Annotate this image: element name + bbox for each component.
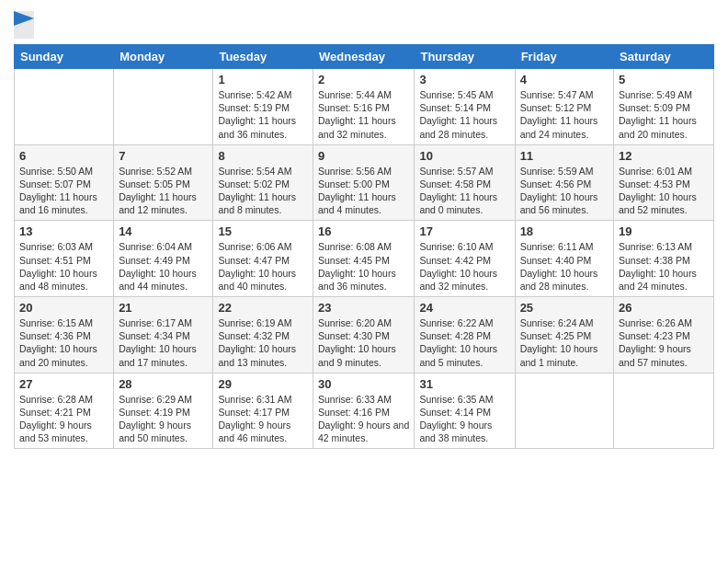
calendar-week-row: 1Sunrise: 5:42 AM Sunset: 5:19 PM Daylig…	[15, 69, 714, 145]
calendar-day-header: Thursday	[415, 45, 515, 69]
day-info: Sunrise: 5:44 AM Sunset: 5:16 PM Dayligh…	[318, 88, 409, 141]
calendar-day-cell: 27Sunrise: 6:28 AM Sunset: 4:21 PM Dayli…	[15, 373, 114, 449]
day-number: 24	[419, 301, 509, 315]
day-info: Sunrise: 5:42 AM Sunset: 5:19 PM Dayligh…	[218, 88, 308, 141]
calendar-table: SundayMondayTuesdayWednesdayThursdayFrid…	[14, 44, 714, 449]
calendar-day-cell: 6Sunrise: 5:50 AM Sunset: 5:07 PM Daylig…	[15, 144, 114, 221]
day-info: Sunrise: 6:26 AM Sunset: 4:23 PM Dayligh…	[619, 316, 709, 369]
calendar-day-cell: 16Sunrise: 6:08 AM Sunset: 4:45 PM Dayli…	[313, 221, 415, 297]
day-number: 19	[619, 224, 709, 238]
calendar-day-cell: 21Sunrise: 6:17 AM Sunset: 4:34 PM Dayli…	[114, 297, 213, 373]
logo	[14, 9, 38, 39]
calendar-day-header: Monday	[114, 45, 213, 69]
day-number: 4	[520, 73, 609, 86]
day-info: Sunrise: 6:28 AM Sunset: 4:21 PM Dayligh…	[19, 393, 108, 445]
calendar-week-row: 13Sunrise: 6:03 AM Sunset: 4:51 PM Dayli…	[15, 221, 714, 297]
calendar-day-cell: 1Sunrise: 5:42 AM Sunset: 5:19 PM Daylig…	[213, 69, 313, 145]
calendar-day-header: Sunday	[15, 45, 114, 69]
calendar-week-row: 27Sunrise: 6:28 AM Sunset: 4:21 PM Dayli…	[15, 373, 714, 449]
day-number: 17	[419, 224, 509, 238]
calendar-day-cell	[114, 69, 213, 145]
day-info: Sunrise: 5:54 AM Sunset: 5:02 PM Dayligh…	[218, 165, 308, 217]
calendar-day-cell: 8Sunrise: 5:54 AM Sunset: 5:02 PM Daylig…	[213, 144, 313, 221]
calendar-day-cell: 17Sunrise: 6:10 AM Sunset: 4:42 PM Dayli…	[415, 221, 515, 297]
day-info: Sunrise: 6:19 AM Sunset: 4:32 PM Dayligh…	[218, 316, 308, 369]
day-info: Sunrise: 6:20 AM Sunset: 4:30 PM Dayligh…	[318, 316, 409, 369]
calendar-day-cell: 18Sunrise: 6:11 AM Sunset: 4:40 PM Dayli…	[515, 221, 613, 297]
day-number: 7	[119, 149, 208, 163]
calendar-day-cell: 31Sunrise: 6:35 AM Sunset: 4:14 PM Dayli…	[415, 373, 515, 449]
day-info: Sunrise: 6:03 AM Sunset: 4:51 PM Dayligh…	[19, 240, 108, 293]
day-number: 27	[19, 377, 108, 391]
calendar-header-row: SundayMondayTuesdayWednesdayThursdayFrid…	[15, 45, 714, 69]
header	[14, 9, 714, 39]
calendar-page: SundayMondayTuesdayWednesdayThursdayFrid…	[0, 0, 728, 563]
day-info: Sunrise: 6:17 AM Sunset: 4:34 PM Dayligh…	[119, 316, 208, 369]
day-info: Sunrise: 5:52 AM Sunset: 5:05 PM Dayligh…	[119, 165, 208, 217]
day-info: Sunrise: 5:56 AM Sunset: 5:00 PM Dayligh…	[318, 165, 409, 217]
day-info: Sunrise: 6:04 AM Sunset: 4:49 PM Dayligh…	[119, 240, 208, 293]
calendar-day-cell: 5Sunrise: 5:49 AM Sunset: 5:09 PM Daylig…	[614, 69, 714, 145]
day-info: Sunrise: 6:22 AM Sunset: 4:28 PM Dayligh…	[419, 316, 509, 369]
calendar-day-cell: 4Sunrise: 5:47 AM Sunset: 5:12 PM Daylig…	[515, 69, 613, 145]
day-number: 1	[218, 73, 308, 86]
day-number: 11	[520, 149, 609, 163]
day-info: Sunrise: 6:29 AM Sunset: 4:19 PM Dayligh…	[119, 393, 208, 445]
day-number: 26	[619, 301, 709, 315]
calendar-day-cell: 20Sunrise: 6:15 AM Sunset: 4:36 PM Dayli…	[15, 297, 114, 373]
day-info: Sunrise: 6:10 AM Sunset: 4:42 PM Dayligh…	[419, 240, 509, 293]
calendar-week-row: 20Sunrise: 6:15 AM Sunset: 4:36 PM Dayli…	[15, 297, 714, 373]
calendar-day-cell: 10Sunrise: 5:57 AM Sunset: 4:58 PM Dayli…	[415, 144, 515, 221]
day-info: Sunrise: 6:11 AM Sunset: 4:40 PM Dayligh…	[520, 240, 609, 293]
day-number: 28	[119, 377, 208, 391]
day-info: Sunrise: 5:57 AM Sunset: 4:58 PM Dayligh…	[419, 165, 509, 217]
day-number: 12	[619, 149, 709, 163]
day-info: Sunrise: 5:50 AM Sunset: 5:07 PM Dayligh…	[19, 165, 108, 217]
day-info: Sunrise: 6:35 AM Sunset: 4:14 PM Dayligh…	[419, 393, 509, 445]
calendar-day-cell: 22Sunrise: 6:19 AM Sunset: 4:32 PM Dayli…	[213, 297, 313, 373]
calendar-day-header: Tuesday	[213, 45, 313, 69]
calendar-day-cell	[15, 69, 114, 145]
day-number: 6	[19, 149, 108, 163]
day-number: 3	[419, 73, 509, 86]
calendar-day-cell: 24Sunrise: 6:22 AM Sunset: 4:28 PM Dayli…	[415, 297, 515, 373]
day-number: 13	[19, 224, 108, 238]
calendar-day-header: Saturday	[614, 45, 714, 69]
calendar-day-cell: 23Sunrise: 6:20 AM Sunset: 4:30 PM Dayli…	[313, 297, 415, 373]
day-number: 8	[218, 149, 308, 163]
day-number: 23	[318, 301, 409, 315]
calendar-day-cell	[614, 373, 714, 449]
day-number: 18	[520, 224, 609, 238]
day-number: 21	[119, 301, 208, 315]
day-info: Sunrise: 6:15 AM Sunset: 4:36 PM Dayligh…	[19, 316, 108, 369]
calendar-week-row: 6Sunrise: 5:50 AM Sunset: 5:07 PM Daylig…	[15, 144, 714, 221]
day-number: 5	[619, 73, 709, 86]
calendar-day-cell: 7Sunrise: 5:52 AM Sunset: 5:05 PM Daylig…	[114, 144, 213, 221]
day-info: Sunrise: 6:13 AM Sunset: 4:38 PM Dayligh…	[619, 240, 709, 293]
day-number: 14	[119, 224, 208, 238]
day-number: 20	[19, 301, 108, 315]
day-info: Sunrise: 5:49 AM Sunset: 5:09 PM Dayligh…	[619, 88, 709, 141]
calendar-day-cell: 25Sunrise: 6:24 AM Sunset: 4:25 PM Dayli…	[515, 297, 613, 373]
day-number: 10	[419, 149, 509, 163]
calendar-day-cell: 28Sunrise: 6:29 AM Sunset: 4:19 PM Dayli…	[114, 373, 213, 449]
day-info: Sunrise: 5:47 AM Sunset: 5:12 PM Dayligh…	[520, 88, 609, 141]
day-info: Sunrise: 5:59 AM Sunset: 4:56 PM Dayligh…	[520, 165, 609, 217]
day-info: Sunrise: 6:31 AM Sunset: 4:17 PM Dayligh…	[218, 393, 308, 445]
calendar-day-cell: 13Sunrise: 6:03 AM Sunset: 4:51 PM Dayli…	[15, 221, 114, 297]
calendar-day-cell: 15Sunrise: 6:06 AM Sunset: 4:47 PM Dayli…	[213, 221, 313, 297]
day-number: 22	[218, 301, 308, 315]
day-info: Sunrise: 6:33 AM Sunset: 4:16 PM Dayligh…	[318, 393, 409, 445]
day-info: Sunrise: 6:01 AM Sunset: 4:53 PM Dayligh…	[619, 165, 709, 217]
calendar-day-cell: 11Sunrise: 5:59 AM Sunset: 4:56 PM Dayli…	[515, 144, 613, 221]
calendar-day-header: Friday	[515, 45, 613, 69]
calendar-day-cell: 3Sunrise: 5:45 AM Sunset: 5:14 PM Daylig…	[415, 69, 515, 145]
calendar-day-cell: 30Sunrise: 6:33 AM Sunset: 4:16 PM Dayli…	[313, 373, 415, 449]
calendar-day-cell	[515, 373, 613, 449]
day-info: Sunrise: 6:06 AM Sunset: 4:47 PM Dayligh…	[218, 240, 308, 293]
day-number: 16	[318, 224, 409, 238]
day-number: 25	[520, 301, 609, 315]
calendar-day-cell: 2Sunrise: 5:44 AM Sunset: 5:16 PM Daylig…	[313, 69, 415, 145]
day-number: 31	[419, 377, 509, 391]
calendar-day-cell: 26Sunrise: 6:26 AM Sunset: 4:23 PM Dayli…	[614, 297, 714, 373]
